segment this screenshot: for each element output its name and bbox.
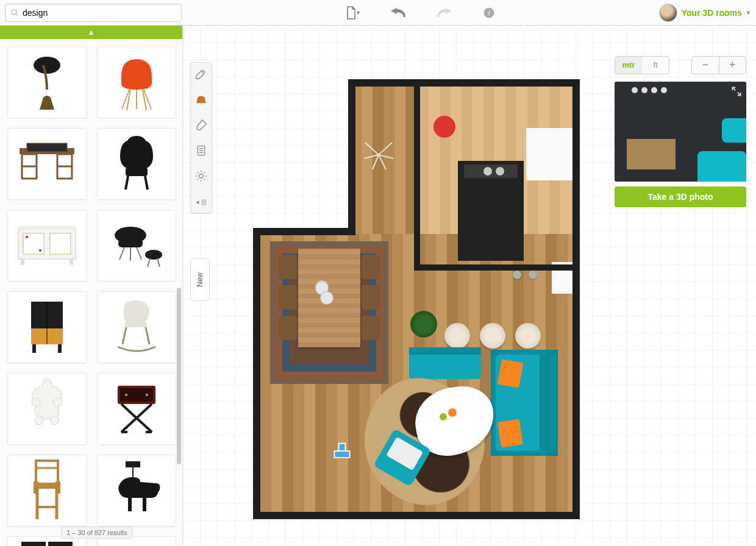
zoom-out-button[interactable]: − xyxy=(692,57,719,74)
library-item-white-vase[interactable] xyxy=(7,373,87,445)
svg-rect-32 xyxy=(58,344,62,353)
svg-rect-26 xyxy=(118,239,143,247)
svg-point-0 xyxy=(12,9,16,14)
svg-point-35 xyxy=(54,398,62,406)
svg-rect-33 xyxy=(125,321,147,327)
svg-rect-52 xyxy=(126,461,140,467)
library-item-butler-tray[interactable] xyxy=(97,373,177,445)
library-item-desk[interactable] xyxy=(7,128,87,200)
svg-rect-54 xyxy=(21,542,46,546)
furnish-tool[interactable] xyxy=(194,92,209,107)
tool-palette: ◂ ||| xyxy=(190,62,212,213)
svg-text:i: i xyxy=(488,9,490,17)
svg-point-22 xyxy=(39,249,41,252)
svg-line-71 xyxy=(373,155,379,169)
svg-point-37 xyxy=(51,416,59,425)
rooms-menu[interactable]: Your 3D rooms ▼ xyxy=(682,8,751,18)
svg-rect-23 xyxy=(21,259,24,265)
library-item-rocking-chair[interactable] xyxy=(97,291,177,363)
collapse-tool[interactable]: ◂ ||| xyxy=(194,194,209,209)
library-scrollbar[interactable] xyxy=(177,288,181,464)
expand-icon[interactable] xyxy=(730,85,743,98)
search-box[interactable] xyxy=(5,4,182,22)
search-icon xyxy=(10,9,19,17)
library-item-highchair[interactable] xyxy=(7,455,87,526)
svg-point-36 xyxy=(35,416,43,425)
take-3d-photo-button[interactable]: Take a 3D photo xyxy=(615,186,746,207)
chevron-up-icon: ▲ xyxy=(88,28,95,37)
preview-3d[interactable] xyxy=(615,82,746,182)
library-item-black-armchair[interactable] xyxy=(97,128,177,200)
svg-rect-24 xyxy=(70,259,73,265)
library-item-lounge-ottoman[interactable] xyxy=(97,210,177,282)
search-input[interactable] xyxy=(23,8,176,18)
library-item-wood-cabinet[interactable] xyxy=(7,291,87,363)
library-panel: ▲ xyxy=(0,26,183,546)
library-item-orange-chair[interactable] xyxy=(97,46,177,118)
active-item-cursor xyxy=(331,441,353,463)
svg-point-27 xyxy=(145,250,162,260)
unit-imperial[interactable]: ft xyxy=(642,57,669,74)
results-count: 1 – 30 of 827 results xyxy=(61,526,133,539)
checklist-tool[interactable] xyxy=(194,143,209,158)
settings-tool[interactable] xyxy=(194,169,209,183)
svg-line-1 xyxy=(16,13,18,15)
undo-button[interactable] xyxy=(390,8,406,18)
new-doc-button[interactable]: ▾ xyxy=(346,6,360,20)
new-tab[interactable]: New xyxy=(190,258,210,301)
svg-rect-11 xyxy=(27,143,67,152)
toolbar-right: Your 3D rooms ▼ xyxy=(660,4,751,21)
floorplan[interactable] xyxy=(253,79,580,518)
avatar[interactable] xyxy=(660,4,677,21)
redo-button[interactable] xyxy=(437,8,452,18)
svg-rect-20 xyxy=(50,233,71,254)
svg-rect-61 xyxy=(204,101,206,104)
svg-rect-16 xyxy=(126,168,148,176)
svg-point-40 xyxy=(125,394,127,396)
svg-point-4 xyxy=(34,57,60,74)
zoom-in-button[interactable]: + xyxy=(719,57,746,74)
construct-tool[interactable] xyxy=(194,66,209,81)
zoom-control: − + xyxy=(691,56,746,74)
unit-switch[interactable]: mtr ft xyxy=(615,56,669,74)
svg-rect-44 xyxy=(36,461,58,484)
svg-point-66 xyxy=(199,174,203,178)
svg-rect-74 xyxy=(334,451,349,458)
library-item-horse-lamp[interactable] xyxy=(97,455,177,526)
library-collapse[interactable]: ▲ xyxy=(0,26,182,39)
chevron-down-icon: ▼ xyxy=(746,10,751,16)
canvas[interactable]: ◂ ||| New xyxy=(183,26,756,546)
info-button[interactable]: i xyxy=(483,7,495,19)
svg-line-68 xyxy=(379,143,392,155)
svg-rect-18 xyxy=(18,226,76,230)
svg-point-34 xyxy=(32,398,40,406)
unit-metric[interactable]: mtr xyxy=(615,57,642,74)
rooms-label: Your 3D rooms xyxy=(682,8,742,18)
svg-rect-46 xyxy=(36,484,58,489)
svg-rect-31 xyxy=(32,344,36,353)
library-item-floor-lamp[interactable] xyxy=(7,46,87,118)
svg-point-41 xyxy=(146,394,148,396)
svg-rect-73 xyxy=(339,444,346,452)
svg-rect-55 xyxy=(48,542,73,546)
toolbar-center: ▾ i xyxy=(182,6,660,20)
brush-tool[interactable] xyxy=(194,118,209,132)
svg-line-69 xyxy=(364,155,379,158)
svg-line-72 xyxy=(379,155,386,169)
svg-point-21 xyxy=(26,236,28,238)
chandelier-icon xyxy=(360,136,397,173)
library-item-white-cabinet[interactable] xyxy=(7,210,87,282)
svg-rect-60 xyxy=(197,101,199,104)
right-panel: mtr ft − + Take a 3D photo xyxy=(615,56,746,207)
svg-line-67 xyxy=(365,143,379,155)
topbar: ▾ i Your 3D rooms ▼ xyxy=(0,0,756,26)
library-scroll[interactable] xyxy=(0,39,176,546)
